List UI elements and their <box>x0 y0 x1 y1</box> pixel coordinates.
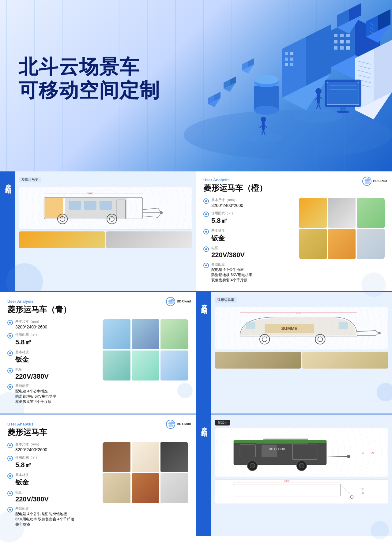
spec-icon-material <box>203 229 209 234</box>
svg-point-55 <box>261 117 266 122</box>
svg-text:侧: 侧 <box>361 492 364 495</box>
spec-content-voltage: 电压 220V/380V <box>211 246 293 259</box>
svg-text:BD CLOUD: BD CLOUD <box>269 448 285 451</box>
spec-icon-d-size <box>7 443 13 448</box>
spec-icon-area <box>203 212 209 217</box>
photo-cell-d3 <box>160 442 188 472</box>
spec-row-voltage: 电压 220V/380V <box>203 246 293 259</box>
analysis-default: BD Cloud User Analysis 菱形运马车 基本尺寸（mm） 32… <box>0 414 196 536</box>
bd-cloud-icon-3 <box>166 419 175 429</box>
spec-row-d-voltage: 电压 220V/380V <box>7 490 98 503</box>
bd-cloud-text-3: BD Cloud <box>177 422 191 426</box>
svg-rect-50 <box>317 94 320 103</box>
svg-rect-103 <box>339 322 348 329</box>
black-content: 黑武士 <box>211 414 392 536</box>
svg-line-88 <box>143 208 158 210</box>
photo-cell-b5 <box>132 350 160 380</box>
row-2: BD Cloud User Analysis 菱形运马车（青） 基本尺寸（mm）… <box>0 291 392 414</box>
vehicle-label-1: 菱形运马车 <box>19 177 41 182</box>
specs-list-blue: 基本尺寸（mm） 3200*2400*2600 使用面积（㎡） 5.8㎡ 基本材… <box>7 319 98 407</box>
svg-rect-12 <box>346 46 350 50</box>
photo-grid-blue-inner <box>103 319 188 380</box>
spec-row-d-material: 基本材质 钣金 <box>7 473 98 487</box>
spec-row-b-area: 使用面积（㎡） 5.8㎡ <box>7 332 98 347</box>
photo-cell-d6 <box>160 473 188 503</box>
photo-cell-d1 <box>103 442 130 472</box>
bd-cloud-icon-1 <box>362 176 372 186</box>
svg-point-104 <box>260 334 270 344</box>
svg-rect-8 <box>340 40 344 43</box>
svg-text:3200: 3200 <box>284 480 290 482</box>
svg-point-0 <box>184 110 392 159</box>
svg-rect-20 <box>285 63 288 66</box>
svg-rect-5 <box>340 34 344 37</box>
product-name-default: 菱形运马车 <box>7 427 188 438</box>
svg-line-89 <box>143 216 158 217</box>
spec-icon-config <box>203 263 209 268</box>
svg-point-67 <box>294 110 343 123</box>
svg-rect-17 <box>290 52 293 55</box>
svg-text:3200: 3200 <box>296 312 301 315</box>
spec-icon-b-config <box>7 384 13 390</box>
specs-list-orange: 基本尺寸（mm） 3200*2400*2600 使用面积（㎡） 5.8㎡ 基本材… <box>203 198 293 286</box>
svg-rect-47 <box>340 107 346 111</box>
spec-content-area: 使用面积（㎡） 5.8㎡ <box>211 211 293 225</box>
product-intro-left: 产品介绍 菱形运马车 <box>0 171 196 291</box>
user-analysis-3: User Analysis <box>7 422 188 426</box>
svg-rect-102 <box>246 322 255 329</box>
blue-specs-photos: 基本尺寸（mm） 3200*2400*2600 使用面积（㎡） 5.8㎡ 基本材… <box>7 319 188 407</box>
svg-rect-6 <box>346 34 350 37</box>
vehicle-sketch-1: 3200 <box>19 187 192 230</box>
photo-cell-o2 <box>328 198 356 228</box>
bd-cloud-logo-1: BD Cloud <box>362 176 387 186</box>
spec-icon-b-material <box>7 350 13 356</box>
svg-rect-10 <box>334 46 337 50</box>
vehicle-mini-images <box>19 231 192 248</box>
hero-title-line1: 北斗云场景车 <box>18 55 160 79</box>
specs-list-default: 基本尺寸（mm） 3200*2400*2600 使用面积（㎡） 5.8㎡ 基本材… <box>7 442 98 530</box>
spec-icon-b-voltage <box>7 368 13 373</box>
spec-row-b-size: 基本尺寸（mm） 3200*2400*2600 <box>7 319 98 329</box>
product-intro-black: 产品介绍 黑武士 <box>196 414 392 536</box>
svg-text:正: 正 <box>362 452 364 455</box>
spec-content-size: 基本尺寸（mm） 3200*2400*2600 <box>211 198 293 208</box>
svg-line-90 <box>158 208 161 213</box>
black-dim-sketch: 3200 正 侧 <box>215 479 388 504</box>
svg-text:SUMME: SUMME <box>281 326 297 331</box>
analysis-orange: BD Cloud User Analysis 菱形运马车（橙） 基本尺寸（mm）… <box>196 171 392 291</box>
svg-marker-72 <box>378 9 390 31</box>
svg-point-49 <box>315 88 322 94</box>
bd-cloud-text-1: BD Cloud <box>373 179 387 183</box>
spec-row-config: 基础配置 配电箱 4个公牛插座 防滑铝地板 6KV用电功率 双侧售卖窗 4个千斤… <box>203 262 293 283</box>
svg-line-91 <box>158 213 161 217</box>
sketch-svg-black: BD CLOUD 正 右 <box>215 428 388 477</box>
arc-mini-1 <box>215 352 301 369</box>
svg-rect-56 <box>262 122 265 130</box>
svg-rect-42 <box>327 82 359 105</box>
svg-line-135 <box>341 484 352 496</box>
default-specs-photos: 基本尺寸（mm） 3200*2400*2600 使用面积（㎡） 5.8㎡ 基本材… <box>7 442 188 530</box>
product-intro-label-2: 产品介绍 <box>196 299 209 304</box>
spec-icon-d-material <box>7 473 13 479</box>
analysis-blue: BD Cloud User Analysis 菱形运马车（青） 基本尺寸（mm）… <box>0 292 196 414</box>
svg-rect-9 <box>346 40 350 43</box>
svg-rect-82 <box>69 201 81 210</box>
spec-row-area: 使用面积（㎡） 5.8㎡ <box>203 211 293 225</box>
photo-cell-o4 <box>299 229 327 259</box>
svg-point-124 <box>250 463 255 468</box>
svg-rect-7 <box>334 40 337 43</box>
svg-rect-11 <box>340 46 344 50</box>
spec-row-size: 基本尺寸（mm） 3200*2400*2600 <box>203 198 293 208</box>
svg-rect-4 <box>334 34 337 37</box>
bd-cloud-text-2: BD Cloud <box>177 300 191 303</box>
photo-cell-b4 <box>103 350 130 380</box>
svg-point-27 <box>254 106 279 115</box>
sketch-svg-1: 3200 <box>19 187 192 229</box>
mini-img-2 <box>106 231 192 248</box>
product-intro-label-3: 产品介绍 <box>196 422 209 427</box>
vehicle-sketch-arc: SUMME <box>215 307 388 350</box>
arc-content: 弧形运马车 SUMME <box>211 292 392 414</box>
photo-cell-b2 <box>132 319 160 349</box>
product-intro-label: 产品介绍 <box>0 179 13 184</box>
svg-rect-132 <box>233 484 341 496</box>
